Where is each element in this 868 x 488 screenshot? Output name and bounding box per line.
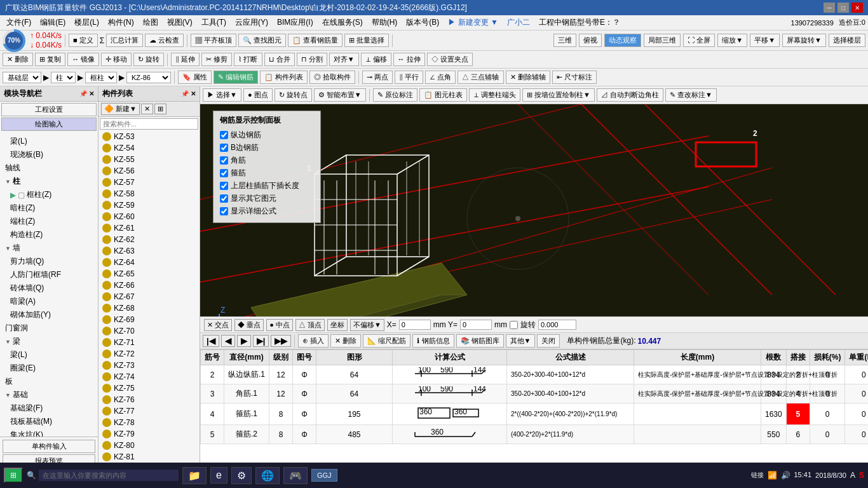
tree-blast-wall[interactable]: 人防门框墙(RF [3,268,95,281]
merge-button[interactable]: ⊔ 合并 [264,53,295,66]
component-list-button[interactable]: 📋 构件列表 [260,71,308,84]
floor-select[interactable]: 基础层 [3,72,41,83]
menu-new-change[interactable]: ▶ 新建变更 ▼ [444,16,502,29]
menu-online[interactable]: 在线服务(S) [318,16,367,29]
tree-slab[interactable]: 现浇板(B) [3,148,95,161]
tree-beam-group[interactable]: ▼ 梁 [3,335,95,348]
taskbar-app-file[interactable]: 📁 [182,467,207,484]
taskbar-app-ggj[interactable]: GGJ [311,469,337,482]
grip-button[interactable]: ◇ 设置夹点 [427,53,473,66]
view-rebar-button[interactable]: 📋 查看钢筋量 [288,34,342,47]
tree-end-col[interactable]: 端柱(Z) [3,215,95,228]
delete-button[interactable]: ✕ 删除 [3,53,33,66]
offset-button[interactable]: ⊥ 偏移 [361,53,391,66]
comp-item-kz68[interactable]: KZ-68 [98,302,200,314]
rotate-point-button[interactable]: ↻ 旋转点 [275,88,312,102]
mirror-button[interactable]: ↔ 镜像 [67,53,99,66]
edit-rebar-button[interactable]: ✎ 编辑钢筋 [214,71,258,84]
comp-item-kz72[interactable]: KZ-72 [98,348,200,360]
nav-play-button[interactable]: ▶▶ [271,335,291,347]
single-component-button[interactable]: 单构件输入 [3,440,95,453]
top-view-button[interactable]: 俯视 [579,34,602,47]
new-component-button[interactable]: 🔶 新建▼ [101,103,140,115]
draw-input-button[interactable]: 绘图输入 [1,118,97,131]
vertex-btn[interactable]: △ 顶点 [295,319,325,331]
cloud-check-button[interactable]: ☁ 云检查 [145,34,184,47]
scale-rebar-button[interactable]: 📐 缩尺配筋 [363,334,410,348]
in-situ-label-button[interactable]: ✎ 原位标注 [373,88,417,102]
select-floor-button[interactable]: 选择楼层 [829,34,865,47]
perpendicular-btn[interactable]: ◆ 垂点 [234,319,264,331]
cb-corner[interactable]: 角筋 [220,155,314,166]
tree-raft[interactable]: 筏板基础(M) [3,415,95,428]
comp-item-kz77[interactable]: KZ-77 [98,405,200,417]
col-by-wall-button[interactable]: ⊞ 按墙位置绘制柱▼ [522,88,595,102]
table-row[interactable]: 4 箍筋.1 8 Φ 195 360 360 [201,403,869,425]
menu-version[interactable]: 版本号(B) [402,16,443,29]
comp-item-kz55[interactable]: KZ-55 [98,154,200,165]
element-type-select[interactable]: 柱 [51,72,76,83]
close-table-button[interactable]: 关闭 [537,334,560,348]
coord-btn[interactable]: 坐标 [327,319,348,331]
comp-pin-button[interactable]: 📌 ✕ [181,90,196,97]
tree-brick-wall[interactable]: 砖体墙(Q) [3,281,95,295]
menu-view[interactable]: 视图(V) [163,16,196,29]
comp-item-kz73[interactable]: KZ-73 [98,360,200,371]
break-button[interactable]: ⌇ 打断 [234,53,262,66]
tree-axis[interactable]: 轴线 [3,161,95,175]
copy-component-button[interactable]: ⊞ [154,104,166,114]
comp-item-kz76[interactable]: KZ-76 [98,394,200,405]
find-element-button[interactable]: 🔍 查找图元 [238,34,286,47]
col-end-button[interactable]: ⊥ 调整柱端头 [469,88,520,102]
menu-bim[interactable]: BIM应用(I) [273,16,317,29]
intersection-btn[interactable]: ✕ 交点 [204,319,232,331]
comp-item-kz80[interactable]: KZ-80 [98,440,200,451]
menu-bar-type[interactable]: 工程中钢筋型号带E：？ [535,16,624,29]
menu-file[interactable]: 文件(F) [3,16,35,29]
batch-select-button[interactable]: ⊞ 批量选择 [344,34,389,47]
menu-draw[interactable]: 绘图 [139,16,162,29]
cb-show-formula[interactable]: 显示详细公式 [220,206,314,217]
two-point-button[interactable]: ⊸ 两点 [362,71,393,84]
dimension-button[interactable]: ⇤ 尺寸标注 [552,71,597,84]
tree-wall[interactable]: ▼ 墙 [3,241,95,255]
menu-guangxiao[interactable]: 广小二 [503,16,534,29]
delete-row-button[interactable]: ✕ 删除 [330,334,361,348]
comp-item-kz53[interactable]: KZ-53 [98,131,200,142]
pick-component-button[interactable]: ◎ 拾取构件 [309,71,355,84]
comp-item-kz67[interactable]: KZ-67 [98,291,200,302]
check-anno-button[interactable]: ✎ 查改标注▼ [665,88,717,102]
comp-item-kz70[interactable]: KZ-70 [98,325,200,337]
align-button[interactable]: 对齐▼ [329,53,359,66]
split-button[interactable]: ⊓ 分割 [297,53,327,66]
taskbar-app-settings[interactable]: ⚙ [231,467,252,484]
menu-component[interactable]: 构件(N) [104,16,138,29]
delete-component-button[interactable]: ✕ [141,104,153,114]
copy-button[interactable]: ⊞ 复制 [35,53,65,66]
nav-first-button[interactable]: |◀ [203,335,219,347]
element-subtype-select[interactable]: 框柱 [85,72,117,83]
table-row[interactable]: 5 箍筋.2 8 Φ 485 360 [201,425,869,444]
comp-item-kz59[interactable]: KZ-59 [98,200,200,211]
tree-masonry-rebar[interactable]: 砌体加筋(Y) [3,308,95,322]
rotate-input[interactable] [538,320,576,330]
del-aux-button[interactable]: ✕ 删除辅轴 [506,71,550,84]
table-row[interactable]: 3 角筋.1 12 Φ 64 [201,384,869,403]
trim-button[interactable]: ✂ 修剪 [201,53,232,66]
tree-slab2[interactable]: 板 [3,375,95,388]
tree-fnd-beam[interactable]: 基础梁(F) [3,402,95,415]
nav-pin-button[interactable]: 📌 ✕ [79,90,94,97]
menu-help[interactable]: 帮助(H) [368,16,402,29]
taskbar-app-browser[interactable]: e [210,467,227,484]
tree-shear-wall[interactable]: 剪力墙(Q) [3,255,95,268]
tree-beam[interactable]: 梁(L) [3,135,95,148]
three-point-button[interactable]: △ 三点辅轴 [458,71,503,84]
cb-insert-len[interactable]: 上层柱插筋下插长度 [220,180,314,191]
other-button[interactable]: 其他▼ [506,334,536,348]
restore-button[interactable]: □ [837,3,849,13]
component-search[interactable] [100,118,198,130]
comp-item-kz63[interactable]: KZ-63 [98,245,200,257]
local-3d-button[interactable]: 局部三维 [644,34,681,47]
tree-opening[interactable]: 门窗洞 [3,322,95,335]
start-button[interactable]: ⊞ [4,468,23,483]
